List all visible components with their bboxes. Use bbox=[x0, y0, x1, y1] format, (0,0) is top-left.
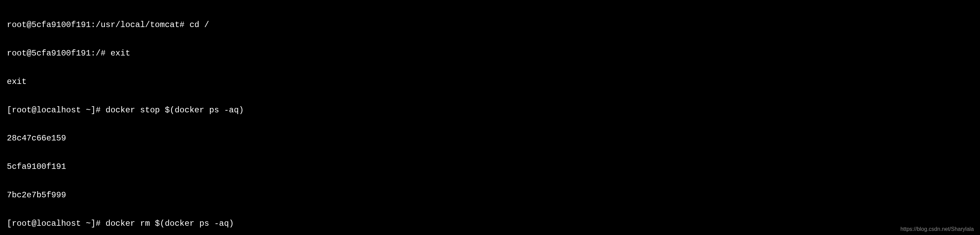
prompt: [root@localhost ~]# bbox=[7, 105, 105, 115]
terminal-line: root@5cfa9100f191:/# exit bbox=[7, 49, 973, 58]
terminal-output[interactable]: root@5cfa9100f191:/usr/local/tomcat# cd … bbox=[7, 2, 973, 235]
command: docker stop $(docker ps -aq) bbox=[105, 105, 243, 115]
terminal-line: 7bc2e7b5f999 bbox=[7, 191, 973, 200]
output-text: exit bbox=[7, 77, 27, 86]
prompt: root@5cfa9100f191:/# bbox=[7, 49, 110, 58]
command: docker rm $(docker ps -aq) bbox=[105, 219, 234, 228]
output-text: 5cfa9100f191 bbox=[7, 162, 66, 171]
watermark-text: https://blog.csdn.net/Sharylala bbox=[900, 226, 974, 232]
prompt: [root@localhost ~]# bbox=[7, 219, 105, 228]
terminal-line: 5cfa9100f191 bbox=[7, 162, 973, 171]
output-text: 7bc2e7b5f999 bbox=[7, 191, 66, 200]
prompt: root@5cfa9100f191:/usr/local/tomcat# bbox=[7, 20, 189, 29]
terminal-line: [root@localhost ~]# docker rm $(docker p… bbox=[7, 219, 973, 229]
terminal-line: 28c47c66e159 bbox=[7, 133, 973, 143]
command: cd / bbox=[189, 20, 209, 29]
terminal-line: root@5cfa9100f191:/usr/local/tomcat# cd … bbox=[7, 20, 973, 30]
terminal-line: exit bbox=[7, 77, 973, 87]
command: exit bbox=[110, 49, 130, 58]
output-text: 28c47c66e159 bbox=[7, 133, 66, 143]
terminal-line: [root@localhost ~]# docker stop $(docker… bbox=[7, 105, 973, 115]
